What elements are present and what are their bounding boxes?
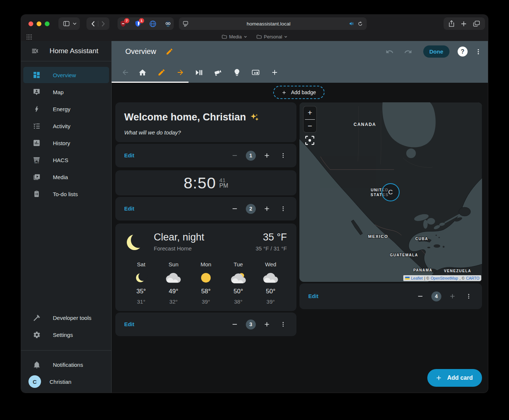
- apps-grid-icon[interactable]: [26, 34, 32, 40]
- sparkles-icon: [250, 113, 259, 122]
- attribution-separator: | ©: [424, 276, 429, 280]
- chart-box-icon: [32, 139, 41, 147]
- sidebar-item-overview[interactable]: Overview: [23, 67, 109, 83]
- sidebar-item-map[interactable]: Map: [23, 84, 109, 100]
- edit-section-button[interactable]: Edit: [124, 321, 134, 327]
- edit-section-button[interactable]: Edit: [308, 293, 318, 299]
- chevron-down-icon: [244, 36, 247, 38]
- tab-media-view-icon[interactable]: [190, 65, 208, 80]
- rename-dashboard-pencil-icon[interactable]: [166, 48, 173, 55]
- back-button[interactable]: [88, 17, 98, 30]
- sidebar-item-developer-tools[interactable]: Developer tools: [23, 310, 109, 326]
- decrease-columns-button[interactable]: [412, 289, 428, 304]
- edit-section-button[interactable]: Edit: [124, 153, 134, 158]
- decrease-columns-button[interactable]: [227, 201, 243, 216]
- weather-temperature: 35 °F: [255, 232, 287, 243]
- decrease-columns-button[interactable]: [227, 317, 243, 332]
- address-bar[interactable]: homeassistant.local: [179, 17, 367, 30]
- sidebar-item-notifications[interactable]: Notifications: [23, 356, 109, 373]
- overflow-menu-icon[interactable]: [475, 48, 482, 55]
- forecast-day-label: Sun: [157, 261, 190, 267]
- bookmark-folder-personal[interactable]: Personal: [257, 34, 287, 40]
- move-view-right-icon[interactable]: [171, 65, 190, 80]
- carto-link[interactable]: CARTO: [466, 276, 479, 280]
- sidebar-item-profile[interactable]: C Christian: [23, 373, 109, 390]
- sidebar-nav: Overview Map Energy Activity History: [21, 61, 111, 203]
- openstreetmap-link[interactable]: OpenStreetMap: [431, 276, 458, 280]
- clock-time: 8:50: [184, 174, 216, 192]
- help-button[interactable]: ?: [458, 47, 468, 57]
- add-badge-button[interactable]: Add badge: [273, 86, 325, 99]
- locate-icon[interactable]: [304, 135, 315, 146]
- new-tab-icon[interactable]: [458, 17, 470, 30]
- chevron-down-icon[interactable]: [73, 17, 79, 30]
- add-card-button[interactable]: Add card: [427, 369, 482, 387]
- section-overflow-icon[interactable]: [461, 289, 477, 304]
- close-window-button[interactable]: [28, 21, 33, 26]
- globe-extension-icon[interactable]: [146, 17, 160, 30]
- bitwarden-extension-icon[interactable]: 1: [131, 17, 145, 30]
- header-title-row: Overview Done ?: [112, 41, 488, 62]
- plus-icon: [281, 90, 287, 95]
- audio-playing-icon[interactable]: [349, 21, 354, 26]
- tab-devices-view-icon[interactable]: [246, 65, 265, 80]
- forecast-day-label: Mon: [190, 261, 222, 267]
- forward-button[interactable]: [98, 17, 108, 30]
- sidebar-item-media[interactable]: Media: [23, 169, 109, 185]
- sidebar-item-history[interactable]: History: [23, 135, 109, 151]
- browser-sidebar-icon[interactable]: [60, 17, 73, 30]
- bookmark-folder-media[interactable]: Media: [222, 34, 247, 40]
- add-view-icon[interactable]: [265, 65, 284, 80]
- website-settings-icon[interactable]: [183, 21, 189, 27]
- forecast-day-label: Sat: [125, 261, 157, 267]
- chevron-down-icon: [284, 36, 287, 38]
- done-button[interactable]: Done: [423, 45, 450, 58]
- sidebar-collapse-icon[interactable]: [31, 47, 39, 55]
- sidebar-item-hacs[interactable]: HACS HACS: [23, 152, 109, 168]
- section-overflow-icon[interactable]: [275, 317, 291, 332]
- sidebar-item-activity[interactable]: Activity: [23, 118, 109, 134]
- minimize-window-button[interactable]: [37, 21, 41, 26]
- clipboard-list-icon: [32, 190, 41, 198]
- redo-icon[interactable]: [404, 48, 412, 56]
- map-card[interactable]: CANADA UNITED STATES MEXICO CUBA GUATEMA…: [299, 102, 482, 282]
- clock-card: 8:50 41 PM: [115, 170, 296, 195]
- zoom-out-button[interactable]: −: [303, 120, 316, 133]
- tab-home-icon[interactable]: [133, 65, 152, 80]
- weather-condition: Clear, night: [154, 232, 204, 243]
- sidebar-item-todo[interactable]: To-do lists: [23, 186, 109, 202]
- nav-buttons: [86, 17, 109, 30]
- tab-camera-view-icon[interactable]: [208, 65, 227, 80]
- edit-view-pencil-icon[interactable]: [152, 65, 171, 80]
- move-view-left-icon[interactable]: [118, 65, 133, 80]
- section-edit-bar-4: Edit 4: [299, 283, 482, 309]
- adblock-extension-icon[interactable]: 7: [116, 17, 130, 30]
- svg-text:HACS: HACS: [34, 162, 39, 164]
- section-overflow-icon[interactable]: [275, 148, 291, 163]
- increase-columns-button[interactable]: [259, 148, 275, 163]
- leaflet-link[interactable]: Leaflet: [411, 276, 423, 280]
- undo-icon[interactable]: [386, 48, 394, 56]
- increase-columns-button[interactable]: [444, 289, 461, 304]
- person-map-marker[interactable]: C: [381, 183, 400, 201]
- zoom-window-button[interactable]: [45, 21, 50, 26]
- increase-columns-button[interactable]: [259, 201, 275, 216]
- sidebar-item-settings[interactable]: Settings: [23, 327, 109, 343]
- sidebar-item-label: Activity: [53, 123, 71, 129]
- tab-overview-icon[interactable]: [470, 17, 483, 30]
- disguise-extension-icon[interactable]: [161, 17, 175, 30]
- weather-card[interactable]: Clear, night Forecast Home 35 °F 35 °F /…: [115, 223, 296, 311]
- forecast-low: 39°: [254, 298, 287, 305]
- tab-light-view-icon[interactable]: [227, 65, 246, 80]
- sidebar-item-energy[interactable]: Energy: [23, 101, 109, 117]
- decrease-columns-button[interactable]: [227, 148, 243, 163]
- map-label-canada: CANADA: [354, 122, 376, 127]
- sidebar-item-label: History: [53, 140, 70, 146]
- section-edit-bar-1: Edit 1: [115, 144, 296, 167]
- reload-icon[interactable]: [357, 21, 363, 27]
- zoom-in-button[interactable]: +: [303, 106, 316, 119]
- edit-section-button[interactable]: Edit: [124, 206, 134, 212]
- increase-columns-button[interactable]: [259, 317, 275, 332]
- share-icon[interactable]: [445, 17, 458, 30]
- section-overflow-icon[interactable]: [275, 201, 291, 216]
